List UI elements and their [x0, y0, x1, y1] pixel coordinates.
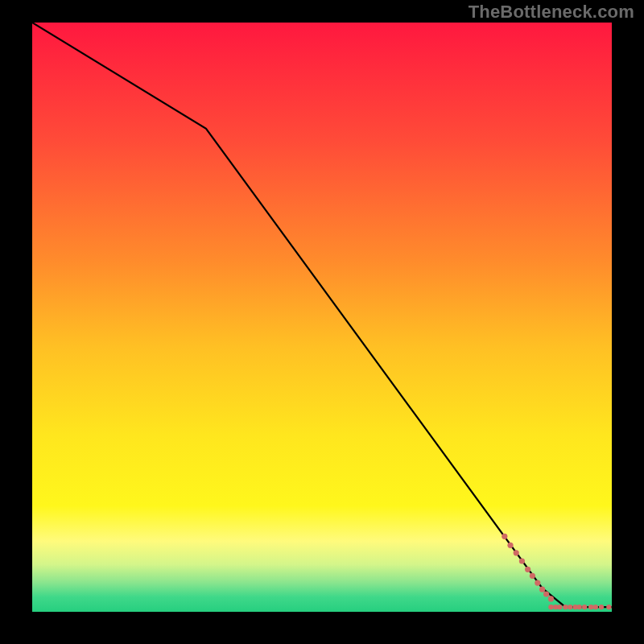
- marker-point: [563, 605, 568, 609]
- marker-point: [557, 605, 562, 609]
- marker-point: [539, 587, 545, 592]
- marker-point: [525, 567, 530, 572]
- marker-point: [548, 605, 553, 609]
- marker-point: [606, 605, 611, 609]
- marker-point: [599, 605, 604, 609]
- plot-background: [32, 23, 612, 612]
- marker-point: [535, 580, 540, 586]
- bottleneck-chart: [0, 0, 644, 644]
- marker-point: [530, 573, 535, 579]
- marker-point: [514, 550, 519, 555]
- marker-point: [507, 543, 513, 548]
- marker-point: [582, 605, 587, 609]
- marker-point: [502, 534, 507, 539]
- marker-point: [588, 605, 593, 609]
- marker-point: [519, 558, 525, 564]
- marker-point: [543, 591, 549, 597]
- marker-point: [577, 605, 582, 609]
- marker-point: [568, 605, 572, 609]
- watermark-text: TheBottleneck.com: [469, 2, 634, 23]
- marker-point: [593, 605, 598, 609]
- chart-frame: TheBottleneck.com: [0, 0, 644, 644]
- marker-point: [548, 596, 554, 601]
